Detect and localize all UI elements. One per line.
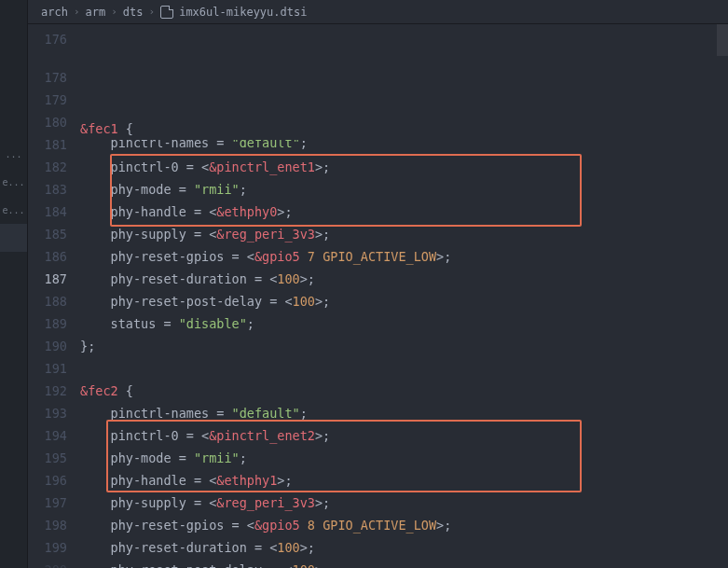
line-number: 180: [28, 111, 67, 133]
file-icon: [160, 6, 173, 19]
breadcrumb[interactable]: arch › arm › dts › imx6ul-mikeyyu.dtsi: [28, 0, 728, 24]
line-number: 196: [28, 469, 67, 492]
line-number: 187: [28, 268, 67, 290]
code-line[interactable]: };: [80, 335, 728, 357]
line-number: 192: [28, 380, 67, 402]
activity-bar: ... e... e...: [0, 0, 28, 568]
line-number-gutter: 1761781791801811821831841851861871881891…: [28, 24, 80, 568]
code-line[interactable]: status = "disable";: [80, 312, 728, 335]
line-number: 193: [28, 402, 67, 424]
line-number: 188: [28, 290, 67, 312]
code-line[interactable]: pinctrl-0 = <&pinctrl_enet1>;: [80, 156, 728, 178]
line-number: 176: [28, 28, 67, 50]
line-number: 183: [28, 178, 67, 201]
line-number: 182: [28, 156, 67, 178]
line-number: 200: [28, 559, 67, 568]
breadcrumb-part[interactable]: dts: [123, 6, 144, 19]
code-line[interactable]: phy-supply = <&reg_peri_3v3>;: [80, 223, 728, 245]
activity-item[interactable]: e...: [0, 196, 27, 224]
activity-item[interactable]: [0, 112, 27, 140]
chevron-right-icon: ›: [149, 6, 156, 18]
line-number: 186: [28, 245, 67, 268]
line-number: 195: [28, 447, 67, 469]
line-number: 191: [28, 357, 67, 380]
breadcrumb-part[interactable]: arch: [41, 6, 68, 19]
line-number: 194: [28, 424, 67, 447]
code-line[interactable]: phy-reset-gpios = <&gpio5 8 GPIO_ACTIVE_…: [80, 514, 728, 536]
activity-item-active[interactable]: [0, 224, 27, 252]
line-number: 184: [28, 201, 67, 223]
line-number: 199: [28, 536, 67, 559]
code-area[interactable]: &fec1 { pinctrl-names = "default"; pinct…: [80, 24, 728, 568]
chevron-right-icon: ›: [111, 6, 117, 18]
code-line[interactable]: pinctrl-names = "default";: [80, 140, 728, 156]
line-number: 189: [28, 312, 67, 335]
line-number: 198: [28, 514, 67, 536]
code-line[interactable]: [80, 357, 728, 380]
line-number: [28, 50, 67, 66]
line-number: 190: [28, 335, 67, 357]
breadcrumb-part[interactable]: arm: [86, 6, 106, 19]
code-line[interactable]: phy-reset-post-delay = <100>;: [80, 559, 728, 568]
code-line[interactable]: &fec2 {: [80, 380, 728, 402]
line-number: 181: [28, 133, 67, 156]
line-number: 185: [28, 223, 67, 245]
editor-main: arch › arm › dts › imx6ul-mikeyyu.dtsi 1…: [28, 0, 728, 568]
scroll-viewport-indicator[interactable]: [717, 24, 728, 56]
breadcrumb-file[interactable]: imx6ul-mikeyyu.dtsi: [179, 6, 307, 19]
line-number: 179: [28, 89, 67, 111]
vertical-scrollbar[interactable]: [717, 24, 728, 568]
chevron-right-icon: ›: [74, 6, 80, 18]
code-line[interactable]: phy-handle = <&ethphy0>;: [80, 201, 728, 223]
code-line[interactable]: phy-reset-gpios = <&gpio5 7 GPIO_ACTIVE_…: [80, 245, 728, 268]
code-line[interactable]: phy-reset-post-delay = <100>;: [80, 290, 728, 312]
code-line[interactable]: phy-mode = "rmii";: [80, 447, 728, 469]
line-number: 197: [28, 492, 67, 514]
code-line[interactable]: phy-handle = <&ethphy1>;: [80, 469, 728, 492]
code-line[interactable]: phy-mode = "rmii";: [80, 178, 728, 201]
code-line[interactable]: pinctrl-names = "default";: [80, 402, 728, 424]
code-line[interactable]: phy-reset-duration = <100>;: [80, 536, 728, 559]
activity-item[interactable]: e...: [0, 168, 27, 196]
code-line[interactable]: pinctrl-0 = <&pinctrl_enet2>;: [80, 424, 728, 447]
code-line[interactable]: &fec1 {: [80, 118, 728, 140]
code-line[interactable]: phy-reset-duration = <100>;: [80, 268, 728, 290]
code-line[interactable]: phy-supply = <&reg_peri_3v3>;: [80, 492, 728, 514]
code-editor[interactable]: 1761781791801811821831841851861871881891…: [28, 24, 728, 568]
line-number: 178: [28, 66, 67, 89]
activity-item[interactable]: ...: [0, 140, 27, 168]
